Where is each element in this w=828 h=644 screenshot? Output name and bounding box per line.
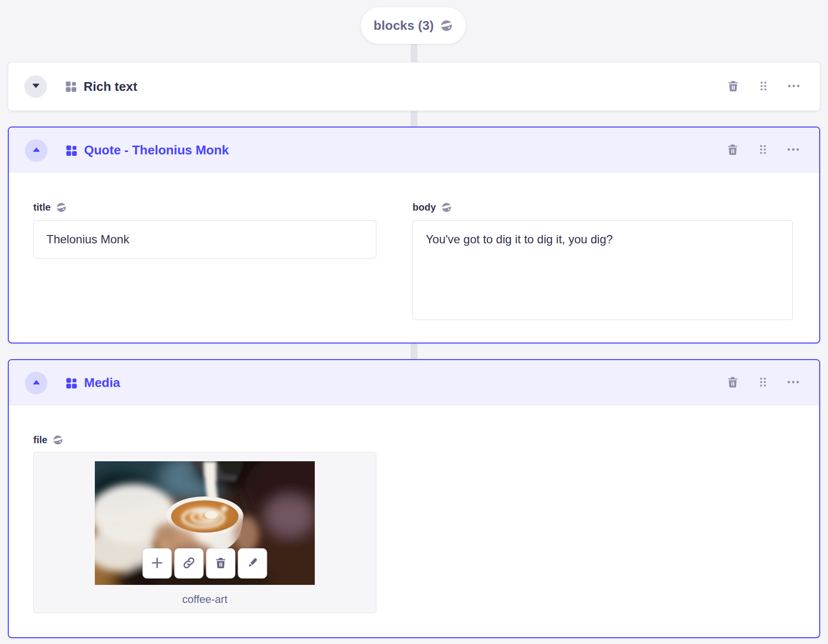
chevron-up-icon [32, 378, 41, 388]
ellipsis-icon [787, 143, 800, 157]
title-field: title [33, 173, 376, 320]
add-media-button[interactable] [143, 548, 172, 579]
block-rich-text: Rich text [8, 62, 820, 111]
expand-toggle-button[interactable] [24, 75, 47, 98]
drag-handle[interactable] [757, 144, 769, 157]
block-quote: Quote - Thelonius Monk title [8, 127, 820, 343]
title-input[interactable] [33, 220, 376, 258]
block-title: Rich text [84, 79, 137, 94]
edit-media-button[interactable] [238, 548, 267, 579]
collapse-toggle-button[interactable] [25, 139, 47, 162]
trash-icon [726, 143, 739, 157]
collapse-toggle-button[interactable] [25, 372, 47, 394]
component-grid-icon [65, 377, 78, 389]
media-actions-toolbar [143, 548, 267, 579]
drag-dots-icon [757, 376, 769, 389]
component-grid-icon [65, 144, 78, 157]
block-title: Media [84, 375, 120, 390]
more-options-button[interactable] [787, 377, 800, 389]
block-media: Media file [8, 359, 820, 638]
drag-dots-icon [758, 80, 769, 93]
title-field-label: title [33, 202, 51, 213]
body-textarea[interactable]: You've got to dig it to dig it, you dig? [413, 220, 793, 320]
file-name-caption: coffee-art [34, 593, 376, 606]
block-quote-header[interactable]: Quote - Thelonius Monk [9, 128, 819, 173]
globe-icon [441, 202, 452, 213]
media-preview [95, 461, 315, 585]
body-field-label: body [413, 202, 436, 213]
drag-handle[interactable] [757, 80, 770, 93]
content-manager-page: { "array_field": { "label": "blocks (3)"… [0, 0, 828, 644]
ellipsis-icon [787, 376, 800, 390]
globe-icon [440, 19, 453, 32]
blocks-field-pill[interactable]: blocks (3) [361, 7, 466, 44]
trash-icon [727, 80, 740, 94]
globe-icon [52, 434, 64, 446]
pencil-icon [246, 557, 259, 571]
delete-block-button[interactable] [727, 80, 740, 93]
file-field: file [33, 406, 376, 613]
plus-icon [151, 556, 164, 571]
chevron-up-icon [32, 145, 41, 156]
ellipsis-icon [787, 80, 800, 94]
block-rich-text-header[interactable]: Rich text [8, 63, 820, 110]
globe-icon [56, 202, 67, 213]
blocks-field-label: blocks (3) [373, 18, 434, 33]
drag-dots-icon [757, 144, 769, 157]
file-field-label: file [33, 434, 47, 446]
chevron-down-icon [31, 81, 41, 92]
block-media-header[interactable]: Media [9, 360, 819, 406]
drag-handle[interactable] [757, 377, 769, 389]
delete-block-button[interactable] [726, 377, 739, 389]
delete-block-button[interactable] [726, 144, 739, 157]
media-file-card: coffee-art [33, 452, 376, 613]
trash-icon [726, 376, 739, 390]
body-field: body You've got to dig it to dig it, you… [413, 173, 793, 320]
block-title: Quote - Thelonius Monk [84, 143, 229, 158]
more-options-button[interactable] [787, 144, 800, 157]
trash-icon [215, 557, 227, 571]
delete-media-button[interactable] [206, 548, 236, 579]
copy-link-button[interactable] [174, 548, 204, 579]
component-grid-icon [65, 80, 77, 93]
link-icon [182, 556, 196, 571]
more-options-button[interactable] [787, 80, 800, 93]
